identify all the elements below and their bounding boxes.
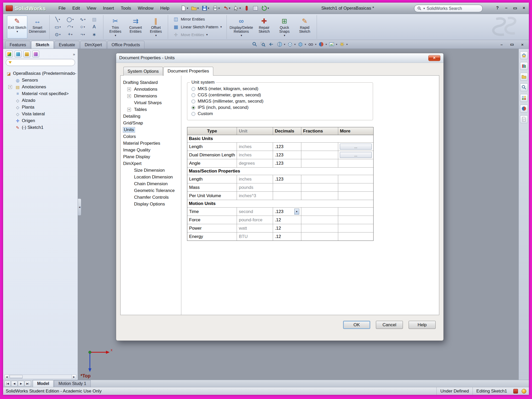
fractions-cell[interactable] <box>301 224 338 232</box>
menu-item[interactable]: Help <box>157 4 173 12</box>
tree-item[interactable]: ≡ Material <not specified> <box>4 90 77 97</box>
unit-value-cell[interactable]: inches^3 <box>237 192 273 200</box>
scrollbar-thumb[interactable] <box>10 375 23 378</box>
appearances-scenes-button[interactable] <box>520 105 528 112</box>
units-table-row[interactable]: Angle degrees .123 ▾ <box>187 159 373 168</box>
decimals-cell[interactable]: .123 ▾ <box>273 151 301 159</box>
quick-tips-icon[interactable] <box>522 389 526 394</box>
options-tree-item[interactable]: Chain Dimension <box>121 181 181 187</box>
fractions-cell[interactable] <box>301 183 338 191</box>
panel-collapse-handle[interactable]: ◀ <box>78 198 81 216</box>
units-table-row[interactable]: Time second .123 ▾ <box>187 208 373 216</box>
menu-item[interactable]: Tools <box>117 4 135 12</box>
view-orientation-button[interactable] <box>287 41 294 48</box>
spreadsheet-button[interactable] <box>251 4 260 12</box>
decimals-cell[interactable]: .123 ▾ <box>273 159 301 167</box>
fractions-cell[interactable] <box>301 175 338 183</box>
tree-item[interactable]: ◇ Vista lateral <box>4 111 77 117</box>
scrollbar-track[interactable] <box>9 375 72 379</box>
ok-button[interactable]: OK <box>343 321 370 329</box>
offset-entities-button[interactable]: ∥ Offset Entities ▾ <box>146 16 166 38</box>
tree-item[interactable]: ◎ Sensors <box>4 77 77 84</box>
cancel-button[interactable]: Cancel <box>376 321 403 329</box>
unit-value-cell[interactable]: BTU <box>237 232 273 241</box>
radio-option[interactable]: CGS (centimeter, gram, second) <box>191 92 373 98</box>
unit-value-cell[interactable]: inches <box>237 143 273 151</box>
stoplight-button[interactable] <box>243 4 251 12</box>
tree-expander[interactable]: + <box>8 85 12 89</box>
fractions-cell[interactable] <box>301 159 338 167</box>
propertymanager-tab[interactable] <box>15 51 22 57</box>
tree-item[interactable]: ◇ Alzado <box>4 97 77 104</box>
radio-option[interactable]: Custom <box>191 111 373 117</box>
units-table-row[interactable]: Basic Units ▾ <box>187 135 373 143</box>
command-tab[interactable]: Evaluate <box>55 41 79 49</box>
tree-item[interactable]: ◇ Planta <box>4 104 77 111</box>
units-table-row[interactable]: Force pound-force .12 ▾ <box>187 216 373 224</box>
fractions-cell[interactable] <box>301 208 338 216</box>
document-tab[interactable]: Model <box>33 380 54 387</box>
configurationmanager-tab[interactable] <box>23 51 30 57</box>
options-tree-expander[interactable]: + <box>127 94 131 98</box>
unit-value-cell[interactable]: pounds <box>237 183 273 191</box>
panel-overflow-chevron[interactable]: » <box>73 52 75 56</box>
fractions-cell[interactable] <box>301 151 338 159</box>
sketch-tool-button[interactable]: A ▾ <box>89 23 101 31</box>
options-tree-item[interactable]: + Tables <box>121 106 181 113</box>
decimals-cell[interactable]: .123 ▾ <box>273 143 301 151</box>
design-library-button[interactable] <box>520 62 528 70</box>
smart-dimension-button[interactable]: ↔ Smart Dimension <box>27 16 48 38</box>
file-explorer-button[interactable] <box>520 73 528 81</box>
edit-appearance-button[interactable] <box>318 41 325 48</box>
dialog-tab[interactable]: System Options <box>123 67 163 76</box>
radio-option[interactable]: MMGS (millimeter, gram, second) <box>191 98 373 104</box>
units-table-row[interactable]: Per Unit Volume inches^3 ▾ <box>187 192 373 200</box>
sketch-tool-button[interactable]: ▭ ▾ <box>51 23 64 31</box>
menu-item[interactable]: Window <box>134 4 157 12</box>
decimals-cell[interactable]: .12 ▾ <box>273 232 301 241</box>
options-tree-item[interactable]: + Dimensions <box>121 93 181 99</box>
document-tab[interactable]: Motion Study 1 <box>54 380 91 387</box>
sketch-tool-button[interactable]: ▧ ▾ <box>89 16 101 23</box>
fractions-cell[interactable] <box>301 192 338 200</box>
tree-horizontal-scrollbar[interactable]: ◀ ▶ <box>4 375 76 379</box>
custom-properties-button[interactable] <box>520 115 528 123</box>
menu-item[interactable]: Edit <box>69 4 83 12</box>
sheet-nav-button[interactable]: |◀ <box>4 381 11 387</box>
fractions-cell[interactable] <box>301 232 338 241</box>
options-tree-item[interactable]: Drafting Standard <box>121 79 181 86</box>
unit-value-cell[interactable]: degrees <box>237 159 273 167</box>
repair-sketch-button[interactable]: ✚ Repair Sketch <box>254 16 274 38</box>
options-tree-item[interactable]: Material Properties <box>121 140 181 147</box>
tree-item[interactable]: + ▤ Anotaciones <box>4 84 77 90</box>
fractions-cell[interactable] <box>301 216 338 224</box>
mirror-entities-button[interactable]: ◫ Mirror Entities <box>171 16 224 23</box>
fractions-cell[interactable] <box>301 143 338 151</box>
options-tree-item[interactable]: DimXpert <box>121 160 181 167</box>
options-tree-item[interactable]: Size Dimension <box>121 167 181 174</box>
units-table-row[interactable]: Mass pounds ▾ <box>187 183 373 192</box>
unit-value-cell[interactable]: second <box>237 208 273 216</box>
view-settings-button[interactable] <box>338 41 345 48</box>
options-tree-item[interactable]: Plane Display <box>121 154 181 160</box>
rebuild-button[interactable]: ▾ <box>260 4 270 12</box>
unit-value-cell[interactable]: inches <box>237 175 273 183</box>
search-box[interactable]: ▾ SolidWorks Search <box>414 5 483 12</box>
options-tree-item[interactable]: Location Dimension <box>121 174 181 181</box>
scroll-right-button[interactable]: ▶ <box>72 375 76 379</box>
dimxpertmanager-tab[interactable] <box>32 51 39 57</box>
trim-entities-button[interactable]: ✂ Trim Entities ▾ <box>105 16 125 38</box>
undo-button[interactable]: ▾ <box>222 4 231 12</box>
sketch-tool-button[interactable]: ¬ ▾ <box>76 31 89 38</box>
close-button[interactable]: × <box>521 5 527 10</box>
radio-option[interactable]: IPS (inch, pound, second) <box>191 104 373 111</box>
feature-filter-box[interactable] <box>6 59 75 66</box>
minimize-button[interactable]: – <box>503 5 509 10</box>
more-button[interactable]: ... <box>340 144 372 150</box>
sheet-nav-button[interactable]: ▶ <box>18 381 24 387</box>
decimals-cell[interactable]: .12 ▾ <box>273 224 301 232</box>
sketch-tool-button[interactable]: ╲ ▾ <box>51 16 64 23</box>
options-tree-item[interactable]: Display Options <box>121 201 181 208</box>
options-tree-item[interactable]: Image Quality <box>121 147 181 154</box>
decimals-cell[interactable]: .123 ▾ <box>273 208 301 216</box>
